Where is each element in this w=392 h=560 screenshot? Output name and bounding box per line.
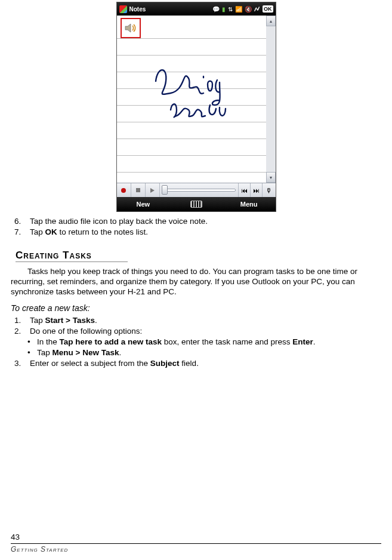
next-track-button[interactable]: ⏭ [251,183,263,197]
scrollbar[interactable]: ▴ ▾ [266,16,276,183]
ok-button[interactable]: OK [263,5,273,13]
note-canvas[interactable]: ▴ ▾ [117,16,276,183]
softkey-menu[interactable]: Menu [223,197,276,211]
scroll-up-icon[interactable]: ▴ [266,16,276,26]
page-number: 43 [11,533,20,541]
antenna-icon: 📶 [235,6,242,13]
softkey-bar: New Menu [117,197,276,211]
play-icon [150,188,155,193]
section-paragraph: Tasks help you keep track of things you … [11,267,381,297]
volume-icon: 🔇 [245,6,252,13]
stop-icon [136,188,140,192]
list-item: •In the Tap here to add a new task box, … [27,337,381,347]
device-titlebar: Notes 💬 ▮ ⇅ 📶 🔇 🗲 OK [117,2,276,16]
system-tray: 💬 ▮ ⇅ 📶 🔇 🗲 OK [212,5,273,13]
record-icon [121,188,126,193]
start-flag-icon[interactable] [119,5,127,13]
insert-recording-button[interactable]: 🎙 [263,183,276,197]
scroll-down-icon[interactable]: ▾ [266,172,276,183]
list-item: 3.Enter or select a subject from the Sub… [11,359,381,369]
record-button[interactable] [117,183,131,197]
app-title: Notes [129,6,146,13]
chat-icon: 💬 [212,6,220,13]
keyboard-icon [190,201,202,208]
battery-icon: 🗲 [254,6,260,13]
sub-heading: To create a new task: [11,303,381,314]
handwriting [153,63,248,135]
list-item: 7.Tap OK to return to the notes list. [11,227,381,238]
device-screenshot: Notes 💬 ▮ ⇅ 📶 🔇 🗲 OK [116,2,276,212]
sync-icon: ⇅ [228,6,233,13]
section-heading: Creating Tasks [16,249,128,262]
list-item: 2.Do one of the following options: [11,327,381,337]
speaker-icon [124,21,138,35]
list-item: •Tap Menu > New Task. [27,348,381,358]
softkey-keyboard[interactable] [169,197,223,211]
footer-chapter: Getting Started [11,543,381,553]
stop-button[interactable] [131,183,146,197]
document-body: 6.Tap the audio file icon to play back t… [0,217,392,369]
audio-file-icon[interactable] [121,18,141,38]
recorder-toolbar: ⏮ ⏭ 🎙 [117,183,276,197]
playback-slider[interactable] [160,183,239,197]
list-item: 1.Tap Start > Tasks. [11,316,381,326]
signal-icon: ▮ [222,6,226,13]
softkey-new[interactable]: New [117,197,170,211]
prev-track-button[interactable]: ⏮ [239,183,251,197]
list-item: 6.Tap the audio file icon to play back t… [11,217,381,227]
play-button[interactable] [146,183,160,197]
